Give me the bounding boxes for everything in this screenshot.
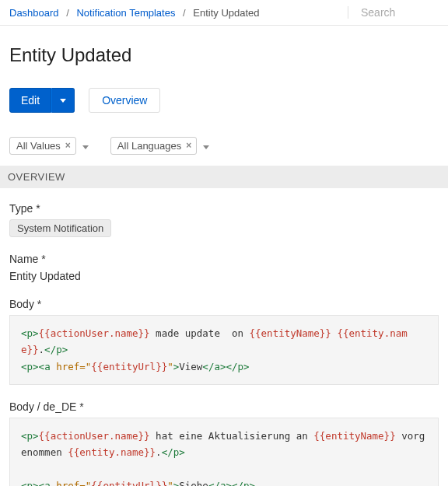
code-tag: </ (232, 480, 243, 487)
name-label: Name * (9, 253, 439, 265)
breadcrumb-sep: / (61, 7, 74, 19)
code-attr: " (167, 361, 173, 372)
search-wrap (348, 6, 439, 19)
caret-down-icon (60, 99, 66, 103)
caret-down-icon (203, 145, 209, 149)
code-tag: > (179, 446, 185, 458)
filter-values-dropdown[interactable] (79, 136, 92, 155)
type-label: Type * (9, 202, 439, 215)
code-tag: > (62, 344, 68, 355)
field-type: Type * System Notification (9, 202, 439, 237)
field-name: Name * Entity Updated (9, 253, 439, 282)
code-tag: < (21, 327, 27, 339)
code-tag: p (238, 361, 244, 372)
close-icon[interactable]: × (65, 140, 71, 151)
code-var: {{entityUrl}} (91, 480, 167, 487)
code-attr: href=" (56, 480, 91, 487)
field-body-de: Body / de_DE * <p>{{actionUser.name}} ha… (9, 400, 439, 486)
page-title: Entity Updated (9, 44, 439, 66)
code-text: Siehe (179, 480, 208, 487)
filter-values-label: All Values (16, 140, 61, 152)
code-text: . (39, 344, 45, 355)
caret-down-icon (82, 145, 89, 149)
filter-languages-label: All Languages (117, 140, 181, 152)
breadcrumb-templates[interactable]: Notification Templates (76, 7, 175, 19)
code-tag: </ (226, 361, 237, 372)
code-tag: </ (162, 446, 173, 458)
code-attr: href=" (56, 361, 91, 372)
overview-button[interactable]: Overview (89, 88, 160, 113)
body-de-code: <p>{{actionUser.name}} hat eine Aktualis… (9, 418, 439, 486)
code-tag: > (243, 361, 250, 372)
code-tag: > (33, 361, 39, 372)
code-var: {{entityName}} (313, 430, 395, 442)
code-tag: < (39, 361, 45, 372)
field-body: Body * <p>{{actionUser.name}} made updat… (9, 298, 439, 385)
filter-values-chip[interactable]: All Values × (9, 137, 76, 155)
code-tag: p (27, 327, 33, 339)
code-tag: < (21, 480, 27, 487)
filter-languages-chip[interactable]: All Languages × (110, 137, 197, 155)
breadcrumb-current: Entity Updated (193, 7, 259, 19)
code-tag: a (214, 361, 220, 372)
code-tag: p (27, 361, 33, 372)
edit-button-group: Edit (9, 88, 75, 113)
code-text: . (156, 446, 162, 458)
filter-values-group: All Values × (9, 136, 92, 155)
name-value: Entity Updated (9, 270, 439, 282)
code-var: {{entityUrl}} (91, 361, 167, 372)
code-var: {{entityName}} (250, 327, 331, 339)
code-tag: a (44, 480, 51, 487)
search-input[interactable] (361, 6, 439, 19)
code-tag: p (56, 344, 62, 355)
code-var: {{entity.name}} (68, 446, 156, 458)
filter-languages-group: All Languages × (110, 136, 212, 155)
body-label: Body * (9, 298, 439, 310)
type-value: System Notification (9, 219, 111, 237)
code-tag: p (27, 480, 33, 487)
body-code: <p>{{actionUser.name}} made update on {{… (9, 315, 439, 385)
code-var: {{actionUser.name}} (39, 327, 150, 339)
code-tag: > (33, 480, 39, 487)
filter-languages-dropdown[interactable] (200, 136, 212, 155)
code-attr: " (167, 480, 173, 487)
content: Entity Updated Edit Overview All Values … (0, 26, 448, 486)
close-icon[interactable]: × (186, 140, 191, 151)
code-tag: p (243, 480, 250, 487)
code-tag: < (21, 430, 27, 442)
breadcrumb: Dashboard / Notification Templates / Ent… (9, 7, 340, 19)
code-tag: > (226, 480, 232, 487)
code-text: made update on (150, 327, 250, 339)
code-tag: > (250, 480, 256, 487)
code-tag: a (44, 361, 51, 372)
breadcrumb-dashboard[interactable]: Dashboard (9, 7, 59, 19)
edit-dropdown-button[interactable] (51, 88, 75, 113)
topbar: Dashboard / Notification Templates / Ent… (0, 0, 448, 26)
action-row: Edit Overview (9, 88, 439, 113)
code-text: hat eine Aktualisierung an (150, 430, 314, 442)
code-var: {{actionUser.name}} (39, 430, 150, 442)
code-text: View (179, 361, 202, 372)
body-de-label: Body / de_DE * (9, 400, 439, 413)
edit-button[interactable]: Edit (9, 88, 51, 113)
breadcrumb-sep: / (178, 7, 191, 19)
code-tag: p (27, 430, 33, 442)
code-tag: < (39, 480, 45, 487)
code-tag: > (33, 327, 39, 339)
code-tag: </ (208, 480, 220, 487)
filter-row: All Values × All Languages × (9, 136, 439, 155)
code-tag: </ (202, 361, 214, 372)
section-overview-header: OVERVIEW (0, 166, 448, 188)
code-tag: > (33, 430, 39, 442)
code-tag: </ (44, 344, 56, 355)
code-tag: < (21, 361, 27, 372)
